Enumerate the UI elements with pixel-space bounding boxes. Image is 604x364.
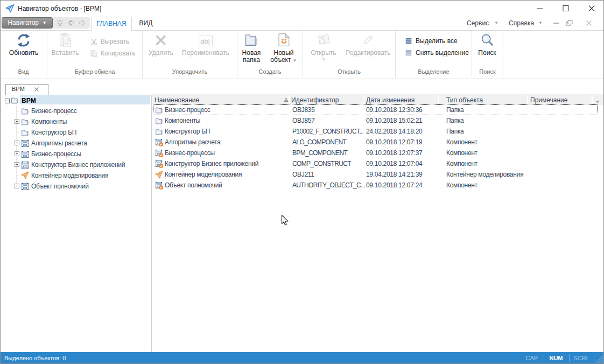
svg-text:ab|: ab| bbox=[200, 37, 210, 45]
